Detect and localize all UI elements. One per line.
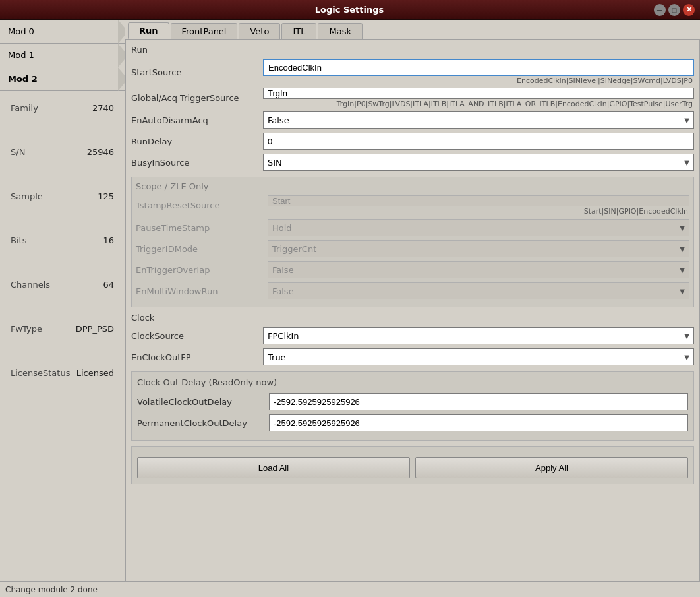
clock-title: Clock (131, 313, 694, 323)
auto-disarm-select[interactable]: False ▼ (263, 111, 694, 129)
clock-delay-section: Clock Out Delay (ReadOnly now) VolatileC… (131, 371, 694, 441)
buttons-row: Load All Apply All (137, 457, 688, 478)
close-button[interactable]: ✕ (683, 4, 695, 16)
trigger-source-label: Global/Acq TriggerSource (131, 93, 263, 103)
volatile-delay-input[interactable] (269, 393, 688, 410)
trigger-overlap-select: False ▼ (268, 261, 689, 278)
busy-source-row: BusyInSource SIN ▼ (131, 153, 694, 172)
bits-row: Bits 16 (11, 232, 114, 249)
clock-source-arrow: ▼ (684, 332, 689, 340)
mod1-label: Mod 1 (8, 50, 34, 60)
tstamp-reset-row: TstampResetSource Start|SIN|GPIO|Encoded… (136, 195, 689, 216)
busy-source-value: SIN (268, 158, 282, 168)
trigger-source-input-group: TrgIn|P0|SwTrg|LVDS|ITLA|ITLB|ITLA_AND_I… (263, 88, 694, 108)
pause-ts-label: PauseTimeStamp (136, 223, 268, 233)
tab-itl[interactable]: ITL (281, 23, 316, 39)
trigger-id-value: TriggerCnt (272, 244, 316, 254)
family-row: Family 2740 (11, 99, 114, 117)
clock-section: Clock ClockSource FPClkIn ▼ EnClockOutFP… (131, 313, 694, 366)
busy-source-select[interactable]: SIN ▼ (263, 154, 694, 171)
channels-value: 64 (103, 280, 114, 290)
sidebar-item-mod0[interactable]: Mod 0 (0, 20, 125, 44)
tab-run[interactable]: Run (128, 22, 169, 39)
sample-row: Sample 125 (11, 187, 114, 205)
clock-source-select[interactable]: FPClkIn ▼ (263, 327, 694, 344)
pause-ts-row: PauseTimeStamp Hold ▼ (136, 218, 689, 237)
volatile-delay-label: VolatileClockOutDelay (137, 397, 269, 407)
multi-window-label: EnMultiWindowRun (136, 286, 268, 296)
en-clock-out-row: EnClockOutFP True ▼ (131, 348, 694, 366)
mod0-label: Mod 0 (8, 26, 34, 36)
minimize-button[interactable]: ─ (654, 4, 666, 16)
auto-disarm-value: False (268, 115, 289, 125)
auto-disarm-row: EnAutoDisarmAcq False ▼ (131, 111, 694, 129)
clock-source-value: FPClkIn (268, 331, 299, 341)
clock-source-label: ClockSource (131, 331, 263, 341)
tab-mask[interactable]: Mask (318, 23, 362, 39)
trigger-overlap-row: EnTriggerOverlap False ▼ (136, 261, 689, 279)
trigger-id-arrow: ▼ (680, 245, 685, 253)
sn-label: S/N (11, 147, 25, 157)
run-section-title: Run (131, 45, 694, 55)
en-clock-out-select[interactable]: True ▼ (263, 348, 694, 365)
trigger-overlap-label: EnTriggerOverlap (136, 265, 268, 275)
license-label: LicenseStatus (11, 368, 70, 378)
start-source-row: StartSource EncodedClkIn|SINlevel|SINedg… (131, 59, 694, 85)
family-label: Family (11, 103, 38, 113)
permanent-delay-input[interactable] (269, 414, 688, 431)
tab-content-run: Run StartSource EncodedClkIn|SINlevel|SI… (125, 39, 700, 581)
pause-ts-select: Hold ▼ (268, 219, 689, 236)
bits-value: 16 (103, 236, 114, 245)
run-delay-input[interactable] (263, 133, 694, 150)
window-controls[interactable]: ─ □ ✕ (654, 4, 695, 16)
status-bar: Change module 2 done (0, 581, 700, 597)
sample-label: Sample (11, 191, 43, 201)
maximize-button[interactable]: □ (668, 4, 680, 16)
channels-label: Channels (11, 280, 50, 290)
pause-ts-value: Hold (272, 223, 292, 233)
scope-section: Scope / ZLE Only TstampResetSource Start… (131, 177, 694, 307)
clock-source-row: ClockSource FPClkIn ▼ (131, 327, 694, 345)
channels-row: Channels 64 (11, 276, 114, 294)
status-message: Change module 2 done (5, 585, 98, 594)
sidebar-item-mod2[interactable]: Mod 2 (0, 67, 125, 91)
apply-all-button[interactable]: Apply All (415, 457, 688, 478)
tabs-bar: Run FrontPanel Veto ITL Mask (125, 20, 700, 39)
trigger-source-row: Global/Acq TriggerSource TrgIn|P0|SwTrg|… (131, 88, 694, 108)
title-bar: Logic Settings ─ □ ✕ (0, 0, 700, 20)
run-delay-label: RunDelay (131, 137, 263, 146)
multi-window-arrow: ▼ (680, 288, 685, 295)
sidebar-item-mod1[interactable]: Mod 1 (0, 44, 125, 67)
en-clock-out-label: EnClockOutFP (131, 352, 263, 362)
trigger-id-label: TriggerIDMode (136, 244, 268, 254)
start-source-input-group: EncodedClkIn|SINlevel|SINedge|SWcmd|LVDS… (263, 59, 694, 85)
tab-frontpanel[interactable]: FrontPanel (171, 23, 238, 39)
trigger-id-select: TriggerCnt ▼ (268, 240, 689, 257)
tstamp-reset-label: TstampResetSource (136, 201, 268, 210)
content-area: Run FrontPanel Veto ITL Mask Run StartSo… (125, 20, 700, 581)
mod1-arrow (111, 44, 125, 67)
start-source-hint: EncodedClkIn|SINlevel|SINedge|SWcmd|LVDS… (263, 76, 694, 85)
mod2-arrow (111, 67, 125, 91)
trigger-id-row: TriggerIDMode TriggerCnt ▼ (136, 239, 689, 258)
trigger-source-input[interactable] (263, 88, 694, 99)
start-source-label: StartSource (131, 67, 263, 77)
mod2-label: Mod 2 (8, 74, 38, 84)
tstamp-reset-input (268, 195, 689, 206)
start-source-input[interactable] (263, 59, 694, 76)
scope-title: Scope / ZLE Only (136, 181, 689, 191)
busy-source-label: BusyInSource (131, 158, 263, 168)
bottom-area: Load All Apply All (131, 446, 694, 484)
permanent-delay-row: PermanentClockOutDelay (137, 414, 688, 432)
en-clock-out-value: True (268, 352, 286, 362)
trigger-overlap-arrow: ▼ (680, 267, 685, 274)
tab-veto[interactable]: Veto (239, 23, 280, 39)
family-value: 2740 (92, 103, 114, 113)
multi-window-value: False (272, 286, 294, 296)
mod0-arrow (111, 20, 125, 44)
busy-source-arrow: ▼ (684, 159, 689, 166)
bits-label: Bits (11, 236, 26, 245)
load-all-button[interactable]: Load All (137, 457, 410, 478)
auto-disarm-label: EnAutoDisarmAcq (131, 115, 263, 125)
volatile-delay-row: VolatileClockOutDelay (137, 393, 688, 411)
